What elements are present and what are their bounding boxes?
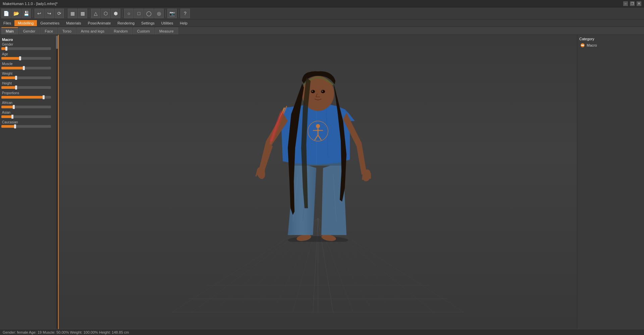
muscle-label: Muscle <box>1 62 57 66</box>
close-button[interactable]: ✕ <box>637 1 641 6</box>
tab-face[interactable]: Face <box>41 27 57 35</box>
tab-torso[interactable]: Torso <box>58 27 76 35</box>
svg-point-45 <box>322 91 323 92</box>
age-thumb[interactable] <box>19 56 21 60</box>
gender-thumb[interactable] <box>5 47 7 51</box>
macro-section-title: Macro <box>1 36 57 42</box>
caucasian-thumb[interactable] <box>14 124 16 128</box>
menu-help[interactable]: Help <box>176 20 191 26</box>
proportions-thumb[interactable] <box>43 95 45 99</box>
menu-utilities[interactable]: Utilities <box>158 20 176 26</box>
status-text: Gender: female Age: 19 Muscle: 50.00% We… <box>3 330 129 334</box>
menu-geometries[interactable]: Geometries <box>37 20 63 26</box>
menu-files[interactable]: Files <box>0 20 14 26</box>
tab-arms-and-legs[interactable]: Arms and legs <box>76 27 109 35</box>
caucasian-label: Caucasian <box>1 120 57 124</box>
tab-custom[interactable]: Custom <box>133 27 154 35</box>
menu-modelling[interactable]: Modelling <box>14 20 37 26</box>
caucasian-track[interactable] <box>1 125 51 128</box>
african-label: African <box>1 101 57 105</box>
redo-button[interactable]: ↪ <box>45 9 54 18</box>
title-bar: MakeHuman 1.1.0 - [lady1.mhm]* – ❐ ✕ <box>0 0 644 7</box>
left-panel-scrollbar[interactable] <box>56 35 58 329</box>
asian-thumb[interactable] <box>11 115 13 119</box>
toolbar-sep-1 <box>33 9 33 17</box>
left-panel-scrollbar-thumb[interactable] <box>56 36 58 49</box>
macro-option-label: Macro <box>587 43 597 47</box>
muscle-thumb[interactable] <box>23 66 25 70</box>
african-fill <box>1 106 14 108</box>
macro-category-option[interactable]: Macro <box>579 42 642 48</box>
title-bar-title: MakeHuman 1.1.0 - [lady1.mhm]* <box>3 2 58 6</box>
svg-point-33 <box>316 124 320 128</box>
new-button[interactable]: 📄 <box>1 9 11 18</box>
shape3-button[interactable]: ⬢ <box>111 9 120 18</box>
age-fill <box>1 57 20 60</box>
sphere-button[interactable]: ○ <box>124 9 133 18</box>
menu-pose-animate[interactable]: Pose/Animate <box>85 20 114 26</box>
menu-rendering[interactable]: Rendering <box>114 20 138 26</box>
reset-button[interactable]: ⟳ <box>55 9 64 18</box>
grid2-button[interactable]: ▩ <box>78 9 87 18</box>
shape2-button[interactable]: ⬡ <box>101 9 110 18</box>
menu-bar: Files Modelling Geometries Materials Pos… <box>0 19 644 27</box>
camera-button[interactable]: 📷 <box>167 9 177 18</box>
viewport[interactable] <box>59 35 577 329</box>
macro-radio[interactable] <box>581 43 585 47</box>
tab-gender[interactable]: Gender <box>19 27 40 35</box>
gender-track[interactable] <box>1 47 51 50</box>
weight-track[interactable] <box>1 76 51 79</box>
toolbar-sep-5 <box>165 9 166 17</box>
muscle-track[interactable] <box>1 67 51 69</box>
african-track[interactable] <box>1 106 51 108</box>
height-track[interactable] <box>1 86 51 89</box>
minimize-button[interactable]: – <box>623 1 628 6</box>
height-fill <box>1 86 16 89</box>
asian-track[interactable] <box>1 115 51 118</box>
shape1-button[interactable]: △ <box>91 9 100 18</box>
help-button[interactable]: ? <box>180 9 190 18</box>
caucasian-slider-group: Caucasian <box>1 120 57 128</box>
age-slider-group: Age <box>1 52 57 60</box>
weight-thumb[interactable] <box>15 76 17 80</box>
toolbar-sep-3 <box>89 9 89 17</box>
proportions-track[interactable] <box>1 96 51 99</box>
cone-button[interactable]: ◯ <box>144 9 154 18</box>
proportions-slider-group: Proportions <box>1 91 57 99</box>
tab-main[interactable]: Main <box>1 27 18 35</box>
grid1-button[interactable]: ▦ <box>68 9 77 18</box>
svg-point-44 <box>312 91 313 92</box>
height-thumb[interactable] <box>15 86 17 90</box>
proportions-fill <box>1 96 44 99</box>
open-button[interactable]: 📂 <box>11 9 21 18</box>
category-label: Category <box>579 37 642 41</box>
age-track[interactable] <box>1 57 51 60</box>
african-thumb[interactable] <box>13 105 15 109</box>
height-label: Height <box>1 81 57 86</box>
weight-slider-group: Weight <box>1 71 57 79</box>
title-bar-controls: – ❐ ✕ <box>623 1 641 6</box>
weight-label: Weight <box>1 71 57 76</box>
tab-measure[interactable]: Measure <box>155 27 178 35</box>
save-button[interactable]: 💾 <box>21 9 31 18</box>
gender-slider-group: Gender <box>1 42 57 50</box>
undo-button[interactable]: ↩ <box>35 9 44 18</box>
african-slider-group: African <box>1 101 57 108</box>
menu-materials[interactable]: Materials <box>63 20 85 26</box>
muscle-slider-group: Muscle <box>1 62 57 69</box>
height-slider-group: Height <box>1 81 57 89</box>
character-model <box>254 54 382 242</box>
gender-label: Gender <box>1 42 57 47</box>
right-panel: Category Macro <box>577 35 644 329</box>
svg-point-43 <box>321 90 325 93</box>
caucasian-fill <box>1 125 15 128</box>
cube-button[interactable]: □ <box>134 9 144 18</box>
muscle-fill <box>1 67 24 69</box>
maximize-button[interactable]: ❐ <box>630 1 635 6</box>
menu-settings[interactable]: Settings <box>138 20 158 26</box>
tab-random[interactable]: Random <box>109 27 132 35</box>
torus-button[interactable]: ◎ <box>154 9 164 18</box>
asian-label: Asian <box>1 110 57 115</box>
proportions-label: Proportions <box>1 91 57 95</box>
toolbar: 📄 📂 💾 ↩ ↪ ⟳ ▦ ▩ △ ⬡ ⬢ ○ □ ◯ ◎ 📷 ? <box>0 7 644 19</box>
